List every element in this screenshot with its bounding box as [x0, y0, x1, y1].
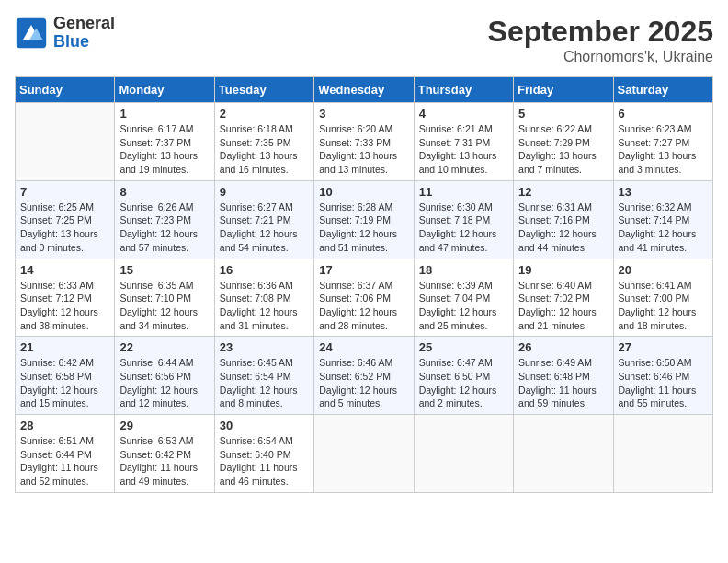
calendar-cell: 15Sunrise: 6:35 AMSunset: 7:10 PMDayligh… — [115, 259, 214, 337]
day-info: Sunrise: 6:46 AMSunset: 6:52 PMDaylight:… — [319, 356, 408, 410]
calendar-cell: 3Sunrise: 6:20 AMSunset: 7:33 PMDaylight… — [314, 103, 414, 181]
day-number: 10 — [319, 185, 408, 199]
calendar-cell: 25Sunrise: 6:47 AMSunset: 6:50 PMDayligh… — [414, 337, 513, 415]
day-number: 28 — [20, 419, 109, 432]
day-number: 21 — [20, 340, 109, 354]
day-info: Sunrise: 6:51 AMSunset: 6:44 PMDaylight:… — [20, 434, 109, 488]
logo-general: General — [53, 15, 115, 33]
day-number: 25 — [419, 340, 508, 354]
calendar-cell: 6Sunrise: 6:23 AMSunset: 7:27 PMDaylight… — [613, 103, 712, 181]
calendar-cell: 26Sunrise: 6:49 AMSunset: 6:48 PMDayligh… — [514, 337, 613, 415]
day-number: 29 — [119, 419, 209, 432]
day-number: 2 — [220, 107, 309, 121]
calendar-cell: 16Sunrise: 6:36 AMSunset: 7:08 PMDayligh… — [214, 259, 313, 337]
weekday-header-tuesday: Tuesday — [214, 77, 313, 103]
day-number: 12 — [518, 185, 608, 199]
day-info: Sunrise: 6:42 AMSunset: 6:58 PMDaylight:… — [20, 356, 109, 410]
day-info: Sunrise: 6:33 AMSunset: 7:12 PMDaylight:… — [20, 279, 109, 333]
day-number: 3 — [319, 107, 408, 121]
day-info: Sunrise: 6:18 AMSunset: 7:35 PMDaylight:… — [220, 122, 309, 177]
calendar-cell: 27Sunrise: 6:50 AMSunset: 6:46 PMDayligh… — [613, 337, 712, 415]
weekday-header-thursday: Thursday — [414, 77, 513, 103]
calendar-cell: 11Sunrise: 6:30 AMSunset: 7:18 PMDayligh… — [414, 180, 513, 259]
day-number: 19 — [518, 263, 608, 277]
day-info: Sunrise: 6:54 AMSunset: 6:40 PMDaylight:… — [220, 434, 309, 488]
calendar-cell: 12Sunrise: 6:31 AMSunset: 7:16 PMDayligh… — [514, 180, 613, 259]
day-info: Sunrise: 6:37 AMSunset: 7:06 PMDaylight:… — [319, 279, 408, 333]
logo: General Blue — [15, 15, 115, 52]
day-number: 5 — [518, 107, 608, 121]
day-info: Sunrise: 6:22 AMSunset: 7:29 PMDaylight:… — [518, 122, 608, 177]
calendar-cell: 29Sunrise: 6:53 AMSunset: 6:42 PMDayligh… — [115, 415, 214, 493]
day-number: 8 — [119, 185, 209, 199]
weekday-header-sunday: Sunday — [16, 77, 115, 103]
calendar-cell: 10Sunrise: 6:28 AMSunset: 7:19 PMDayligh… — [314, 180, 414, 259]
day-number: 15 — [119, 263, 209, 277]
calendar-cell: 2Sunrise: 6:18 AMSunset: 7:35 PMDaylight… — [214, 103, 313, 181]
day-info: Sunrise: 6:17 AMSunset: 7:37 PMDaylight:… — [119, 122, 209, 177]
day-info: Sunrise: 6:47 AMSunset: 6:50 PMDaylight:… — [419, 356, 508, 410]
day-info: Sunrise: 6:44 AMSunset: 6:56 PMDaylight:… — [119, 356, 209, 410]
day-number: 20 — [619, 263, 708, 277]
day-info: Sunrise: 6:28 AMSunset: 7:19 PMDaylight:… — [319, 201, 408, 255]
calendar-cell: 28Sunrise: 6:51 AMSunset: 6:44 PMDayligh… — [16, 415, 115, 493]
calendar-cell — [514, 415, 613, 493]
month-title: September 2025 — [488, 15, 713, 49]
day-info: Sunrise: 6:25 AMSunset: 7:25 PMDaylight:… — [20, 201, 109, 255]
calendar-cell — [16, 103, 115, 181]
calendar-cell: 18Sunrise: 6:39 AMSunset: 7:04 PMDayligh… — [414, 259, 513, 337]
day-number: 6 — [619, 107, 708, 121]
calendar-cell: 22Sunrise: 6:44 AMSunset: 6:56 PMDayligh… — [115, 337, 214, 415]
calendar-cell: 8Sunrise: 6:26 AMSunset: 7:23 PMDaylight… — [115, 180, 214, 259]
logo-text: General Blue — [53, 15, 115, 52]
day-info: Sunrise: 6:41 AMSunset: 7:00 PMDaylight:… — [619, 279, 708, 333]
calendar-week-row: 28Sunrise: 6:51 AMSunset: 6:44 PMDayligh… — [16, 415, 713, 493]
day-number: 24 — [319, 340, 408, 354]
calendar-cell: 23Sunrise: 6:45 AMSunset: 6:54 PMDayligh… — [214, 337, 313, 415]
calendar-cell: 30Sunrise: 6:54 AMSunset: 6:40 PMDayligh… — [214, 415, 313, 493]
day-info: Sunrise: 6:27 AMSunset: 7:21 PMDaylight:… — [220, 201, 309, 255]
day-info: Sunrise: 6:31 AMSunset: 7:16 PMDaylight:… — [518, 201, 608, 255]
calendar-cell: 7Sunrise: 6:25 AMSunset: 7:25 PMDaylight… — [16, 180, 115, 259]
day-info: Sunrise: 6:39 AMSunset: 7:04 PMDaylight:… — [419, 279, 508, 333]
calendar-cell: 1Sunrise: 6:17 AMSunset: 7:37 PMDaylight… — [115, 103, 214, 181]
page-header: General Blue September 2025 Chornomors'k… — [15, 15, 713, 65]
day-info: Sunrise: 6:40 AMSunset: 7:02 PMDaylight:… — [518, 279, 608, 333]
calendar-week-row: 1Sunrise: 6:17 AMSunset: 7:37 PMDaylight… — [16, 103, 713, 181]
calendar-cell: 9Sunrise: 6:27 AMSunset: 7:21 PMDaylight… — [214, 180, 313, 259]
title-block: September 2025 Chornomors'k, Ukraine — [488, 15, 713, 65]
day-number: 16 — [220, 263, 309, 277]
day-number: 17 — [319, 263, 408, 277]
day-info: Sunrise: 6:53 AMSunset: 6:42 PMDaylight:… — [119, 434, 209, 488]
calendar-week-row: 7Sunrise: 6:25 AMSunset: 7:25 PMDaylight… — [16, 180, 713, 259]
day-number: 26 — [518, 340, 608, 354]
day-number: 7 — [20, 185, 109, 199]
day-info: Sunrise: 6:49 AMSunset: 6:48 PMDaylight:… — [518, 356, 608, 410]
day-number: 23 — [220, 340, 309, 354]
day-info: Sunrise: 6:26 AMSunset: 7:23 PMDaylight:… — [119, 201, 209, 255]
weekday-header-wednesday: Wednesday — [314, 77, 414, 103]
calendar-cell — [314, 415, 414, 493]
calendar-cell: 4Sunrise: 6:21 AMSunset: 7:31 PMDaylight… — [414, 103, 513, 181]
calendar-cell — [613, 415, 712, 493]
calendar-cell: 19Sunrise: 6:40 AMSunset: 7:02 PMDayligh… — [514, 259, 613, 337]
day-number: 13 — [619, 185, 708, 199]
day-info: Sunrise: 6:32 AMSunset: 7:14 PMDaylight:… — [619, 201, 708, 255]
day-number: 27 — [619, 340, 708, 354]
logo-blue: Blue — [53, 33, 115, 52]
calendar-cell — [414, 415, 513, 493]
day-info: Sunrise: 6:35 AMSunset: 7:10 PMDaylight:… — [119, 279, 209, 333]
day-info: Sunrise: 6:20 AMSunset: 7:33 PMDaylight:… — [319, 122, 408, 177]
day-info: Sunrise: 6:23 AMSunset: 7:27 PMDaylight:… — [619, 122, 708, 177]
weekday-header-saturday: Saturday — [613, 77, 712, 103]
day-info: Sunrise: 6:30 AMSunset: 7:18 PMDaylight:… — [419, 201, 508, 255]
day-number: 22 — [119, 340, 209, 354]
logo-icon — [15, 17, 48, 50]
location-subtitle: Chornomors'k, Ukraine — [488, 49, 713, 65]
calendar-cell: 21Sunrise: 6:42 AMSunset: 6:58 PMDayligh… — [16, 337, 115, 415]
day-info: Sunrise: 6:36 AMSunset: 7:08 PMDaylight:… — [220, 279, 309, 333]
weekday-header-row: SundayMondayTuesdayWednesdayThursdayFrid… — [16, 77, 713, 103]
day-info: Sunrise: 6:45 AMSunset: 6:54 PMDaylight:… — [220, 356, 309, 410]
day-number: 4 — [419, 107, 508, 121]
calendar-table: SundayMondayTuesdayWednesdayThursdayFrid… — [15, 76, 713, 493]
